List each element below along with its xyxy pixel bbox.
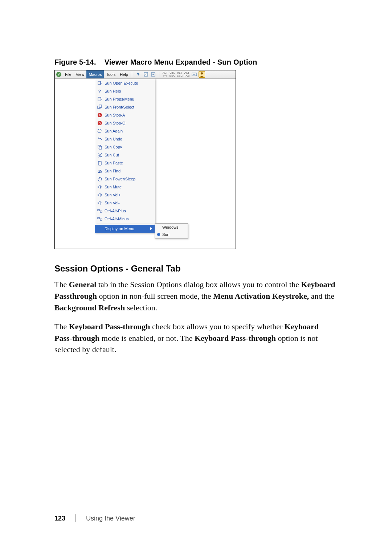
svg-rect-17 (98, 161, 101, 165)
macro-item-sun-stop-q[interactable]: Q Sun Stop-Q (95, 119, 155, 127)
heading-session-options: Session Options - General Tab (54, 264, 338, 274)
text: The (54, 322, 69, 331)
macro-label: Sun Again (105, 129, 152, 133)
macro-label: Sun Undo (105, 137, 152, 141)
macro-item-sun-open-execute[interactable]: Sun Open Execute (95, 79, 155, 87)
macro-item-sun-power[interactable]: Sun Power/Sleep (95, 175, 155, 183)
macro-label: Sun Help (105, 89, 152, 93)
svg-rect-6 (98, 97, 101, 101)
svg-rect-8 (99, 105, 102, 107)
macro-label: Sun Paste (105, 161, 152, 165)
macro-item-sun-props[interactable]: Sun Props/Menu (95, 95, 155, 103)
cursor-icon[interactable] (136, 72, 142, 77)
keyboard-icon[interactable] (191, 72, 197, 77)
macro-item-sun-cut[interactable]: Sun Cut (95, 151, 155, 159)
figure-label: Figure 5-14. (54, 58, 96, 66)
paste-icon (97, 160, 102, 166)
props-icon (97, 97, 102, 102)
macro-item-sun-stop-a[interactable]: A Sun Stop-A (95, 111, 155, 119)
stop-a-icon: A (97, 113, 102, 118)
menu-view[interactable]: View (74, 70, 87, 78)
macro-label: Ctrl-Alt-Minus (105, 217, 152, 221)
app-badge-icon (56, 72, 61, 77)
mute-icon (97, 184, 102, 189)
macro-label: Sun Front/Select (105, 105, 152, 109)
text: tab in the Session Options dialog box al… (98, 280, 301, 289)
svg-text:Q: Q (99, 122, 101, 125)
page-footer: 123 Using the Viewer (54, 514, 135, 522)
calibrate-icon[interactable] (143, 72, 149, 77)
submenu-item-windows[interactable]: Windows (155, 224, 188, 231)
svg-rect-2 (192, 73, 197, 76)
macro-item-ctrl-alt-minus[interactable]: Ctrl-Alt-Minus (95, 215, 155, 223)
figure-caption: Figure 5-14. Viewer Macro Menu Expanded … (54, 58, 338, 66)
macro-label: Sun Open Execute (105, 81, 152, 85)
svg-rect-22 (98, 209, 99, 211)
window-body: Sun Open Execute ? Sun Help Sun Props/Me… (55, 79, 236, 249)
macro-label: Sun Find (105, 169, 152, 173)
display-on-menu-submenu: Windows Sun (155, 223, 188, 238)
svg-rect-4 (98, 81, 101, 85)
paragraph-general-tab: The General tab in the Session Options d… (54, 279, 338, 314)
menu-help[interactable]: Help (118, 70, 130, 78)
menu-macros[interactable]: Macros (86, 70, 104, 78)
blank-icon (97, 226, 102, 231)
toolbar-macro-alttab[interactable]: ALT TAB (184, 72, 190, 77)
again-icon (97, 128, 102, 134)
toolbar-separator (159, 72, 159, 77)
submenu-label: Sun (162, 232, 170, 237)
macro-label: Sun Stop-Q (105, 121, 152, 125)
svg-rect-14 (99, 146, 102, 149)
macro-item-display-on-menu[interactable]: Display on Menu (95, 225, 155, 233)
svg-rect-25 (100, 219, 102, 220)
ctrl-alt-icon (97, 208, 102, 213)
menu-tools[interactable]: Tools (104, 70, 118, 78)
copy-icon (97, 144, 102, 150)
toolbar-macro-altf4[interactable]: ALT F4 (162, 72, 168, 77)
menu-file[interactable]: File (63, 70, 74, 78)
bold-keyboard-pass-through: Keyboard Pass-through (69, 322, 150, 331)
viewer-window: File View Macros Tools Help ALT F4 CTL E… (54, 70, 236, 249)
toolbar-macro-altesc[interactable]: ALT ESC (177, 72, 183, 77)
bold-menu-activation-keystroke: Menu Activation Keystroke, (213, 291, 309, 301)
ctrl-alt-icon (97, 216, 102, 221)
footer-section: Using the Viewer (86, 515, 135, 522)
macro-item-sun-front[interactable]: Sun Front/Select (95, 103, 155, 111)
text: mode is enabled, or not. The (102, 334, 195, 343)
submenu-label: Windows (162, 225, 179, 229)
macro-label: Sun Stop-A (105, 113, 152, 117)
macro-label: Sun Mute (105, 185, 152, 189)
macro-item-sun-find[interactable]: Sun Find (95, 167, 155, 175)
volup-icon (97, 192, 102, 197)
macro-item-sun-mute[interactable]: Sun Mute (95, 183, 155, 191)
bold-general: General (69, 280, 97, 289)
user-icon[interactable] (199, 71, 205, 78)
macro-label: Display on Menu (105, 227, 148, 231)
svg-point-20 (99, 171, 102, 173)
macro-item-sun-help[interactable]: ? Sun Help (95, 87, 155, 95)
macro-item-sun-volup[interactable]: Sun Vol+ (95, 191, 155, 199)
macro-item-sun-undo[interactable]: Sun Undo (95, 135, 155, 143)
macro-item-sun-again[interactable]: Sun Again (95, 127, 155, 135)
macro-label: Sun Copy (105, 145, 152, 149)
bold-keyboard-pass-through: Keyboard Pass-through (195, 334, 276, 343)
svg-point-3 (201, 72, 203, 74)
macros-dropdown: Sun Open Execute ? Sun Help Sun Props/Me… (95, 79, 155, 233)
macro-item-sun-paste[interactable]: Sun Paste (95, 159, 155, 167)
macro-label: Sun Vol+ (105, 193, 152, 197)
radio-icon (157, 226, 160, 229)
macro-item-ctrl-alt-plus[interactable]: Ctrl-Alt-Plus (95, 207, 155, 215)
refresh-icon[interactable] (150, 72, 156, 77)
submenu-item-sun[interactable]: Sun (155, 231, 188, 238)
chevron-right-icon (150, 227, 152, 230)
menubar: File View Macros Tools Help ALT F4 CTL E… (55, 70, 236, 79)
svg-text:?: ? (98, 89, 101, 94)
cut-icon (97, 152, 102, 158)
macro-item-sun-voldown[interactable]: Sun Vol- (95, 199, 155, 207)
front-icon (97, 105, 102, 110)
text: option in non-full screen mode, the (99, 291, 213, 301)
macro-item-sun-copy[interactable]: Sun Copy (95, 143, 155, 151)
svg-rect-23 (100, 211, 102, 212)
undo-icon (97, 136, 102, 142)
toolbar-macro-ctlesc[interactable]: CTL ESC (170, 72, 175, 77)
